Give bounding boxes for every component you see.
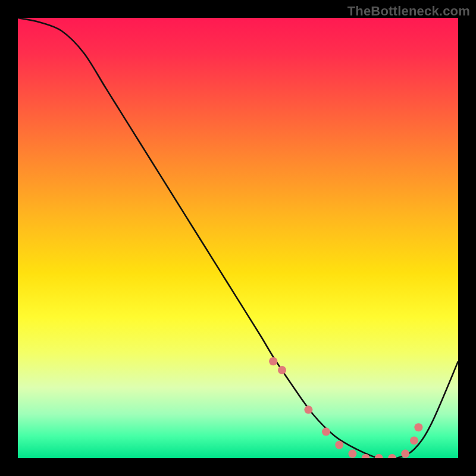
marker-dot bbox=[304, 406, 312, 414]
marker-dot bbox=[335, 441, 343, 449]
marker-dot bbox=[269, 357, 277, 365]
marker-dot bbox=[410, 436, 418, 444]
marker-dot bbox=[414, 423, 422, 431]
marker-dot bbox=[348, 450, 356, 458]
chart-frame: TheBottleneck.com bbox=[0, 0, 476, 476]
marker-dot bbox=[388, 454, 396, 458]
curve-svg bbox=[18, 18, 458, 458]
marker-dot bbox=[322, 428, 330, 436]
marker-dot bbox=[278, 366, 286, 374]
watermark-text: TheBottleneck.com bbox=[347, 4, 470, 19]
marker-dot bbox=[375, 454, 383, 458]
plot-area bbox=[18, 18, 458, 458]
bottleneck-curve bbox=[18, 18, 458, 458]
marker-dot bbox=[401, 450, 409, 458]
